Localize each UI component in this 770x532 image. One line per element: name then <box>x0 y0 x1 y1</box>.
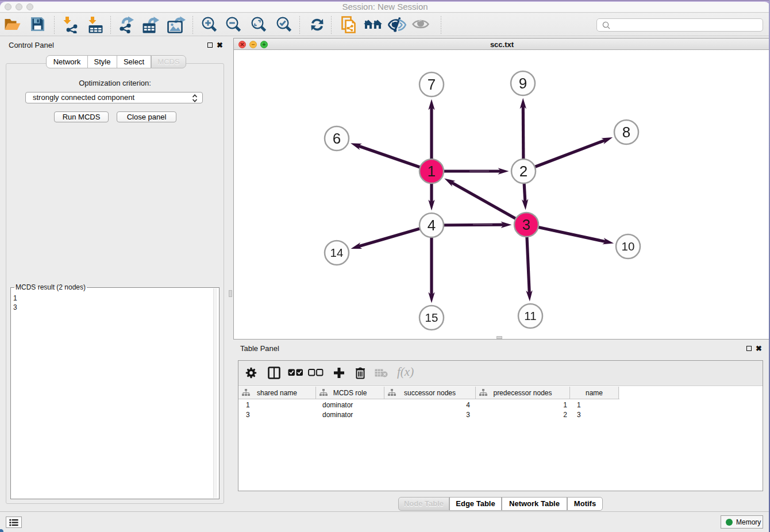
svg-text:1: 1 <box>428 163 436 180</box>
svg-text:3: 3 <box>522 216 530 233</box>
svg-text:7: 7 <box>428 76 436 93</box>
svg-text:2: 2 <box>519 163 528 180</box>
svg-text:9: 9 <box>519 75 527 92</box>
svg-text:15: 15 <box>425 311 438 324</box>
svg-text:11: 11 <box>524 309 536 322</box>
svg-text:8: 8 <box>622 124 630 141</box>
svg-text:14: 14 <box>330 246 344 259</box>
svg-text:6: 6 <box>333 130 341 147</box>
svg-text:4: 4 <box>428 217 436 234</box>
svg-text:10: 10 <box>622 240 635 253</box>
